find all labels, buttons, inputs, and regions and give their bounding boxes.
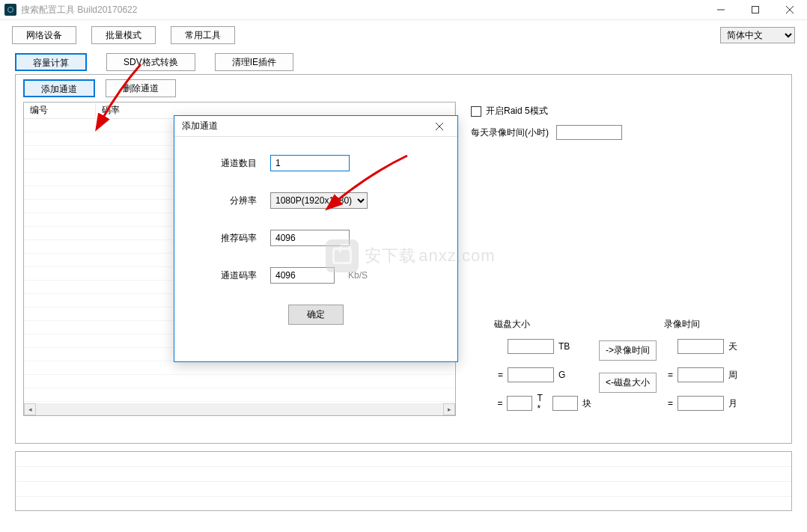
rec-week-input[interactable] [677, 367, 724, 382]
rec-day-input[interactable] [677, 339, 724, 354]
g-label: G [558, 370, 565, 380]
raid5-label: 开启Raid 5模式 [486, 105, 548, 117]
delete-channel-button[interactable]: 删除通道 [106, 79, 176, 97]
resolution-label: 分辨率 [197, 195, 257, 207]
top-toolbar: 网络设备 批量模式 常用工具 简体中文 [0, 20, 807, 50]
to-record-time-button[interactable]: ->录像时间 [599, 340, 657, 361]
channel-count-label: 通道数目 [197, 157, 257, 170]
channel-rate-input[interactable] [270, 267, 335, 284]
channel-rate-label: 通道码率 [197, 269, 257, 282]
daily-record-row: 每天录像时间(小时) [471, 125, 778, 140]
titlebar-text: 搜索配置工具 Build20170622 [21, 4, 137, 16]
dialog-title: 添加通道 [182, 120, 218, 132]
add-channel-button[interactable]: 添加通道 [23, 79, 95, 97]
raid5-checkbox[interactable] [471, 106, 481, 117]
recommended-rate-input[interactable] [270, 230, 350, 246]
daily-record-label: 每天录像时间(小时) [471, 126, 549, 139]
channel-count-input[interactable] [270, 155, 350, 171]
eq2: = [494, 398, 503, 409]
maximize-button[interactable] [738, 0, 773, 20]
svg-rect-1 [752, 7, 759, 13]
dialog-titlebar: 添加通道 [174, 116, 457, 137]
calc-area: 磁盘大小 TB = G = T * 块 ->录像时间 <-磁盘大小 [494, 318, 761, 421]
status-log[interactable] [15, 451, 792, 511]
horizontal-scrollbar[interactable]: ◂ ▸ [24, 403, 455, 415]
kuai-label: 块 [582, 397, 591, 410]
daily-record-input[interactable] [556, 125, 622, 140]
convert-buttons: ->录像时间 <-磁盘大小 [599, 340, 657, 393]
dialog-close-button[interactable] [429, 118, 450, 135]
minimize-button[interactable] [704, 0, 738, 20]
scroll-right-icon[interactable]: ▸ [443, 403, 455, 415]
week-label: 周 [728, 369, 737, 382]
tab-row: 容量计算 SDV格式转换 清理IE插件 [0, 50, 807, 74]
tstar-label: T * [537, 393, 548, 414]
tab-sdv[interactable]: SDV格式转换 [106, 53, 195, 71]
disk-tb-input[interactable] [508, 339, 554, 354]
rec-month-input[interactable] [677, 396, 724, 411]
network-button[interactable]: 网络设备 [12, 26, 76, 44]
eq1: = [494, 370, 503, 380]
disk-g-input[interactable] [508, 367, 554, 382]
app-icon [4, 4, 16, 16]
resolution-select[interactable]: 1080P(1920x1080) [270, 192, 368, 209]
tab-cleanie[interactable]: 清理IE插件 [215, 53, 293, 71]
to-disk-size-button[interactable]: <-磁盘大小 [599, 373, 657, 393]
tools-button[interactable]: 常用工具 [171, 26, 235, 44]
record-time-col: 录像时间 天 = 周 = 月 [664, 318, 761, 421]
tab-capacity[interactable]: 容量计算 [15, 53, 87, 71]
eq4: = [664, 398, 673, 409]
day-label: 天 [728, 340, 737, 353]
language-select[interactable]: 简体中文 [720, 27, 795, 43]
raid-row: 开启Raid 5模式 [471, 105, 778, 117]
eq3: = [664, 370, 673, 380]
dialog-ok-button[interactable]: 确定 [288, 305, 344, 325]
disk-t-input[interactable] [507, 396, 532, 411]
disk-size-col: 磁盘大小 TB = G = T * 块 [494, 318, 591, 421]
kbps-label: Kb/S [348, 270, 368, 281]
batch-button[interactable]: 批量模式 [91, 26, 156, 44]
record-time-title: 录像时间 [664, 318, 761, 331]
month-label: 月 [728, 397, 737, 410]
window-controls [704, 0, 807, 20]
disk-count-input[interactable] [552, 396, 578, 411]
add-channel-dialog: 添加通道 通道数目 分辨率 1080P(1920x1080) 推荐码率 通道码率… [174, 115, 458, 362]
titlebar: 搜索配置工具 Build20170622 [0, 0, 807, 20]
scroll-left-icon[interactable]: ◂ [24, 403, 36, 415]
dialog-body: 通道数目 分辨率 1080P(1920x1080) 推荐码率 通道码率 Kb/S… [174, 137, 457, 343]
close-button[interactable] [773, 0, 807, 20]
channel-buttons: 添加通道 删除通道 [23, 79, 784, 97]
recommended-rate-label: 推荐码率 [197, 232, 257, 245]
col-number: 编号 [24, 104, 96, 117]
tb-label: TB [558, 341, 570, 352]
disk-size-title: 磁盘大小 [494, 318, 591, 331]
